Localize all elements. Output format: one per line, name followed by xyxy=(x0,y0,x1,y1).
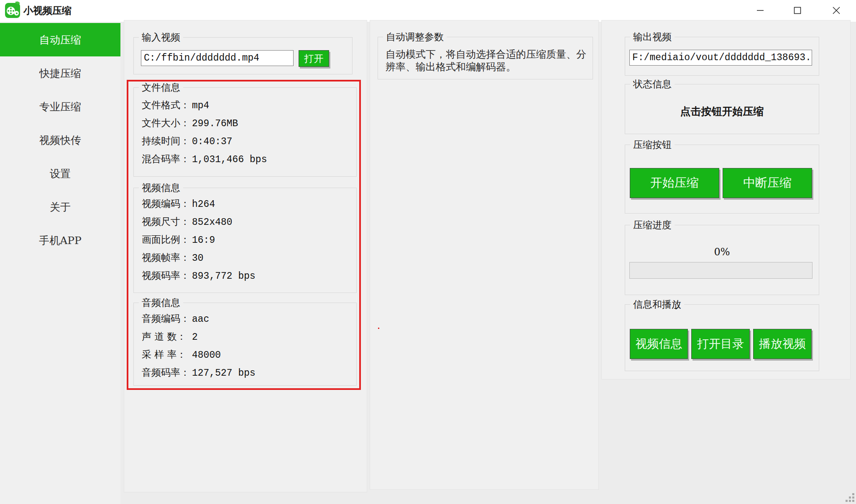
minimize-icon xyxy=(756,7,764,14)
close-icon xyxy=(833,7,840,14)
video-size-row: 视频尺寸：852x480 xyxy=(142,213,354,231)
output-control-panel: 输出视频 状态信息 点击按钮开始压缩 压缩按钮 开始压缩 中断压缩 压缩进度 0… xyxy=(601,20,851,379)
progress-bar xyxy=(629,262,813,279)
sidebar-item-pro-compress[interactable]: 专业压缩 xyxy=(0,90,120,123)
window-title: 小视频压缩 xyxy=(23,0,72,22)
output-video-group-label: 输出视频 xyxy=(630,31,675,42)
progress-group-label: 压缩进度 xyxy=(630,219,675,230)
video-info-group: 视频信息 视频编码：h264 视频尺寸：852x480 画面比例：16:9 视频… xyxy=(133,188,357,293)
status-info-group: 状态信息 点击按钮开始压缩 xyxy=(625,84,819,134)
info-play-group-label: 信息和播放 xyxy=(630,299,684,310)
file-info-group: 文件信息 文件格式：mp4 文件大小：299.76MB 持续时间：0:40:37… xyxy=(133,87,357,177)
sidebar-item-mobile-app[interactable]: 手机APP xyxy=(0,224,120,257)
audio-codec-row: 音频编码：aac xyxy=(142,310,354,328)
input-video-group-label: 输入视频 xyxy=(139,32,183,43)
output-video-group: 输出视频 xyxy=(625,37,819,76)
start-compress-button[interactable]: 开始压缩 xyxy=(630,168,719,198)
maximize-button[interactable] xyxy=(784,0,810,21)
progress-group: 压缩进度 0% xyxy=(625,225,819,295)
video-codec-row: 视频编码：h264 xyxy=(142,195,354,213)
mux-bitrate-row: 混合码率：1,031,466 bps xyxy=(142,150,354,168)
video-info-button[interactable]: 视频信息 xyxy=(630,329,688,359)
file-format-row: 文件格式：mp4 xyxy=(142,96,354,114)
auto-params-description: 自动模式下，将自动选择合适的压缩质量、分 辨率、输出格式和编解码器。 xyxy=(386,48,590,73)
auto-params-group-label: 自动调整参数 xyxy=(383,31,447,42)
audio-bitrate-row: 音频码率：127,527 bps xyxy=(142,364,354,382)
stray-red-dot xyxy=(378,328,379,329)
close-button[interactable] xyxy=(823,0,849,21)
sidebar-item-about[interactable]: 关于 xyxy=(0,190,120,224)
channels-row: 声 道 数：2 xyxy=(142,328,354,346)
frame-rate-row: 视频帧率：30 xyxy=(142,249,354,267)
title-bar: 小视频压缩 xyxy=(0,0,856,22)
file-info-group-label: 文件信息 xyxy=(139,82,183,93)
file-size-row: 文件大小：299.76MB xyxy=(142,114,354,132)
sidebar-item-auto-compress[interactable]: 自动压缩 xyxy=(0,23,120,56)
status-message: 点击按钮开始压缩 xyxy=(625,104,819,118)
minimize-button[interactable] xyxy=(747,0,773,21)
open-directory-button[interactable]: 打开目录 xyxy=(691,329,750,359)
video-bitrate-row: 视频码率：893,772 bps xyxy=(142,267,354,285)
interrupt-compress-button[interactable]: 中断压缩 xyxy=(723,168,812,198)
compress-buttons-group-label: 压缩按钮 xyxy=(630,139,675,150)
info-play-group: 信息和播放 视频信息 打开目录 播放视频 xyxy=(625,304,819,371)
play-video-button[interactable]: 播放视频 xyxy=(753,329,812,359)
status-info-group-label: 状态信息 xyxy=(630,79,675,89)
auto-params-group: 自动调整参数 自动模式下，将自动选择合适的压缩质量、分 辨率、输出格式和编解码器… xyxy=(378,37,593,79)
sidebar-item-video-transfer[interactable]: 视频快传 xyxy=(0,123,120,157)
resize-grip[interactable] xyxy=(846,493,855,502)
sidebar-item-quick-compress[interactable]: 快捷压缩 xyxy=(0,56,120,90)
progress-percent-label: 0% xyxy=(625,246,819,258)
aspect-ratio-row: 画面比例：16:9 xyxy=(142,231,354,249)
compress-buttons-group: 压缩按钮 开始压缩 中断压缩 xyxy=(625,145,819,214)
input-info-panel: 输入视频 打开 文件信息 文件格式：mp4 文件大小：299.76MB 持续时间… xyxy=(124,20,367,492)
audio-info-group-label: 音频信息 xyxy=(139,297,183,308)
sidebar-item-settings[interactable]: 设置 xyxy=(0,157,120,190)
open-file-button[interactable]: 打开 xyxy=(299,50,329,67)
input-video-path-field[interactable] xyxy=(141,50,294,66)
input-video-group: 输入视频 打开 xyxy=(133,37,353,74)
sidebar-nav: 自动压缩 快捷压缩 专业压缩 视频快传 设置 关于 手机APP xyxy=(0,22,120,504)
output-video-path-field[interactable] xyxy=(629,50,812,66)
duration-row: 持续时间：0:40:37 xyxy=(142,132,354,150)
maximize-icon xyxy=(794,7,801,14)
video-info-group-label: 视频信息 xyxy=(139,182,183,193)
sample-rate-row: 采 样 率：48000 xyxy=(142,346,354,364)
auto-params-panel: 自动调整参数 自动模式下，将自动选择合适的压缩质量、分 辨率、输出格式和编解码器… xyxy=(370,20,599,490)
audio-info-group: 音频信息 音频编码：aac 声 道 数：2 采 样 率：48000 音频码率：1… xyxy=(133,303,357,386)
app-logo-icon xyxy=(5,3,20,18)
